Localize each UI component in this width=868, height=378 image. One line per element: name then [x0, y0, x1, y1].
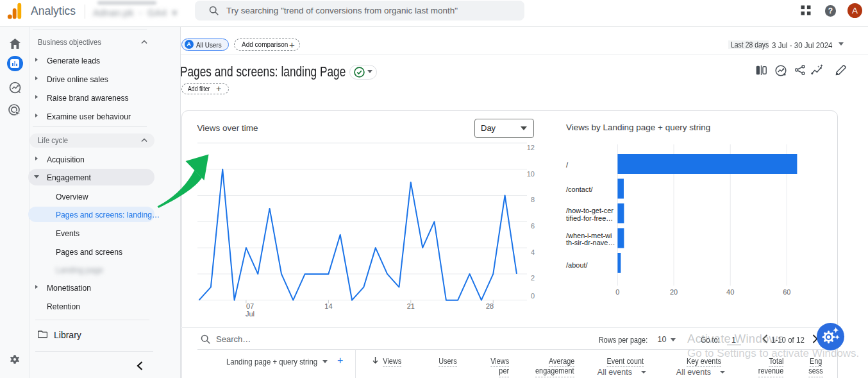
- svg-text:07: 07: [246, 302, 254, 310]
- svg-text:10: 10: [527, 170, 535, 178]
- svg-text:/: /: [566, 161, 569, 169]
- svg-text:8: 8: [531, 196, 535, 203]
- svg-text:21: 21: [407, 302, 415, 310]
- svg-text:0: 0: [531, 292, 535, 300]
- svg-text:6: 6: [531, 222, 535, 230]
- svg-text:14: 14: [324, 302, 332, 310]
- svg-text:60: 60: [783, 288, 790, 296]
- svg-text:/contact/: /contact/: [566, 185, 594, 193]
- svg-text:tified-for-free…: tified-for-free…: [566, 214, 613, 222]
- svg-text:2: 2: [531, 274, 535, 282]
- svg-text:th-sir-dr-nave…: th-sir-dr-nave…: [566, 239, 615, 246]
- svg-text:4: 4: [531, 248, 535, 256]
- svg-text:/how-to-get-cer: /how-to-get-cer: [566, 207, 613, 214]
- svg-text:/about/: /about/: [566, 261, 588, 269]
- svg-text:28: 28: [486, 302, 494, 310]
- svg-text:20: 20: [670, 288, 678, 296]
- svg-text:40: 40: [726, 288, 734, 296]
- svg-text:Jul: Jul: [246, 310, 255, 318]
- svg-text:0: 0: [615, 288, 619, 296]
- svg-text:12: 12: [527, 144, 535, 151]
- svg-text:/when-i-met-wi: /when-i-met-wi: [566, 232, 612, 239]
